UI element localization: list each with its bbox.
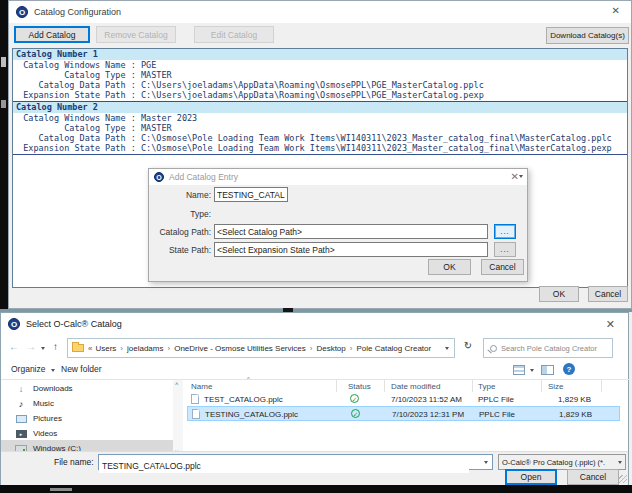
- catalog-entry-1[interactable]: Catalog Number 1 Catalog Windows Name : …: [13, 49, 627, 102]
- chevron-down-icon[interactable]: [445, 347, 449, 350]
- osmose-logo-icon: O: [154, 172, 164, 182]
- taskbar-strip: [0, 485, 632, 493]
- search-input[interactable]: [501, 344, 601, 353]
- recent-locations-chevron-icon[interactable]: [41, 347, 45, 350]
- file-type-filter-select[interactable]: O-Calc® Pro Catalog (.pplc) (*.: [498, 454, 626, 470]
- type-label: Type:: [151, 209, 211, 219]
- close-icon[interactable]: ✕: [606, 318, 615, 331]
- file-name-label: File name:: [54, 457, 94, 467]
- chevron-down-icon: [519, 175, 523, 178]
- name-field[interactable]: [214, 187, 288, 202]
- column-divider[interactable]: [336, 380, 337, 392]
- osmose-logo-icon: O: [16, 6, 28, 18]
- remove-catalog-button: Remove Catalog: [96, 26, 176, 43]
- cancel-button[interactable]: Cancel: [481, 259, 524, 275]
- add-catalog-button[interactable]: Add Catalog: [14, 26, 90, 43]
- catalog-line: Catalog Data Path : C:\Osmose\Pole Loadi…: [13, 133, 627, 143]
- add-catalog-entry-dialog: O Add Catalog Entry ✕ Name: Type: User C…: [148, 168, 528, 282]
- catalog-line: Expansion State Path : C:\Osmose\Pole Lo…: [13, 143, 627, 153]
- back-icon[interactable]: ←: [9, 341, 19, 352]
- cancel-button[interactable]: Cancel: [588, 286, 628, 302]
- organize-menu[interactable]: Organize: [11, 364, 55, 374]
- column-header-date-modified[interactable]: Date modified: [391, 382, 440, 391]
- breadcrumb-separator: ›: [120, 344, 123, 353]
- close-icon[interactable]: ✕: [612, 5, 620, 16]
- sidebar-item-music[interactable]: ♪ Music: [1, 396, 171, 411]
- file-row-testing-catalog[interactable]: TESTING_CATALOG.pplc ✓ 7/10/2023 12:31 P…: [187, 406, 620, 421]
- organize-label: Organize: [11, 364, 46, 374]
- column-divider[interactable]: [384, 380, 385, 392]
- breadcrumb-item-joeladams[interactable]: joeladams: [127, 344, 163, 353]
- sidebar-item-downloads[interactable]: ↓ Downloads: [1, 381, 171, 396]
- title-bar: O Add Catalog Entry ✕: [149, 169, 527, 185]
- scroll-up-icon[interactable]: ˄: [175, 381, 179, 387]
- title-bar: O Catalog Configuration ✕: [9, 1, 631, 23]
- chevron-down-icon: [51, 369, 55, 372]
- column-divider[interactable]: [601, 380, 602, 392]
- file-size: 1,829 KB: [541, 395, 591, 404]
- file-type: PPLC File: [479, 410, 515, 419]
- chevron-down-icon[interactable]: [484, 461, 488, 464]
- refresh-icon[interactable]: ↻: [459, 340, 477, 356]
- sort-ascending-icon: ^: [247, 376, 250, 382]
- open-button[interactable]: Open: [505, 469, 557, 485]
- ok-button[interactable]: OK: [428, 259, 471, 275]
- sidebar-item-label: Pictures: [33, 414, 62, 423]
- sidebar-item-videos[interactable]: ▸ Videos: [1, 426, 171, 441]
- file-date-modified: 7/10/2023 12:31 PM: [392, 410, 464, 419]
- breadcrumb-item-desktop[interactable]: Desktop: [316, 344, 345, 353]
- sidebar-scrollbar[interactable]: ˄ ˅: [173, 380, 183, 456]
- forward-icon[interactable]: →: [26, 341, 36, 352]
- sidebar-item-label: Videos: [33, 429, 57, 438]
- catalog-header[interactable]: Catalog Number 1: [13, 49, 627, 60]
- up-icon[interactable]: ↑: [53, 341, 58, 352]
- breadcrumb-separator: ›: [167, 344, 170, 353]
- browse-state-path-button[interactable]: ...: [494, 242, 516, 257]
- resize-grip[interactable]: [619, 475, 627, 483]
- file-date-modified: 7/10/2023 11:52 AM: [391, 395, 462, 404]
- state-path-field[interactable]: [214, 242, 488, 257]
- catalog-entry-2[interactable]: Catalog Number 2 Catalog Windows Name : …: [13, 102, 627, 155]
- new-folder-button[interactable]: New folder: [61, 364, 102, 374]
- select-catalog-file-dialog: O Select O-Calc® Catalog ✕ ← → ↑ « Users…: [0, 312, 629, 485]
- ok-button[interactable]: OK: [539, 286, 579, 302]
- column-header-name[interactable]: Name: [191, 382, 212, 391]
- catalog-header[interactable]: Catalog Number 2: [13, 102, 627, 113]
- help-icon[interactable]: ?: [563, 363, 575, 375]
- folder-icon: [72, 344, 84, 352]
- view-mode-chevron-icon[interactable]: [530, 369, 534, 372]
- column-divider[interactable]: [541, 380, 542, 392]
- file-name: TESTING_CATALOG.pplc: [205, 410, 298, 419]
- pictures-icon: [15, 415, 27, 423]
- dialog-title: Add Catalog Entry: [169, 172, 238, 182]
- chevron-down-icon: [618, 461, 622, 464]
- file-row-test-catalog[interactable]: TEST_CATALOG.pplc ✓ 7/10/2023 11:52 AM P…: [187, 392, 620, 407]
- file-size: 1,829 KB: [542, 410, 592, 419]
- cancel-button[interactable]: Cancel: [567, 469, 619, 485]
- search-box[interactable]: [483, 338, 613, 358]
- breadcrumb[interactable]: « Users › joeladams › OneDrive - Osmose …: [67, 338, 455, 358]
- download-catalogs-button[interactable]: Download Catalog(s): [546, 27, 629, 44]
- file-name-input[interactable]: [99, 460, 469, 473]
- breadcrumb-item-pole-catalog-creator[interactable]: Pole Catalog Creator: [356, 344, 431, 353]
- file-icon: [192, 409, 200, 419]
- column-header-size[interactable]: Size: [548, 382, 564, 391]
- preview-pane-icon[interactable]: [541, 365, 554, 375]
- column-divider[interactable]: [472, 380, 473, 392]
- breadcrumb-separator: ›: [350, 344, 353, 353]
- edge-mark: [1, 57, 6, 67]
- breadcrumb-item-onedrive[interactable]: OneDrive - Osmose Utilities Services: [174, 344, 306, 353]
- column-header-status[interactable]: Status: [348, 382, 371, 391]
- view-mode-icon[interactable]: [513, 365, 525, 375]
- file-name-combo[interactable]: [98, 454, 493, 470]
- catalog-line: Catalog Data Path : C:\Users\joeladams\A…: [13, 80, 627, 90]
- column-header-type[interactable]: Type: [478, 382, 495, 391]
- file-icon: [191, 394, 199, 404]
- osmose-logo-icon: O: [8, 318, 20, 330]
- sidebar-item-pictures[interactable]: Pictures: [1, 411, 171, 426]
- breadcrumb-item-users[interactable]: Users: [95, 344, 116, 353]
- videos-icon: ▸: [15, 430, 27, 438]
- catalog-path-field[interactable]: [214, 224, 488, 239]
- close-icon[interactable]: ✕: [511, 171, 519, 182]
- browse-catalog-path-button[interactable]: ...: [494, 224, 516, 239]
